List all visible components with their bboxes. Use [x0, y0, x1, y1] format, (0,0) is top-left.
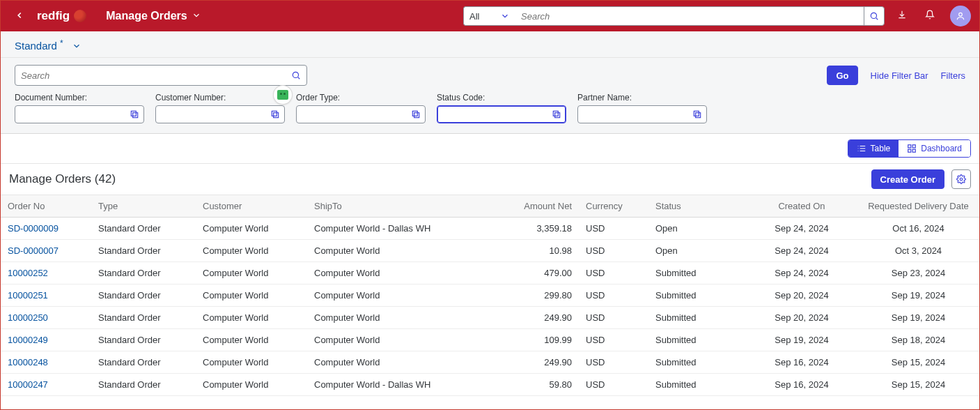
view-segmented-control: Table Dashboard [848, 139, 971, 158]
cell-shipto: Computer World [307, 240, 509, 262]
cell-created: Sep 20, 2024 [746, 307, 857, 329]
order-link[interactable]: 10000248 [1, 351, 91, 374]
variant-selector[interactable]: Standard* [15, 40, 965, 52]
filter-input[interactable] [577, 105, 707, 123]
cell-requested: Sep 19, 2024 [857, 284, 979, 307]
cell-currency: USD [579, 329, 648, 351]
filter-input[interactable] [296, 105, 426, 123]
column-header[interactable]: Created On [746, 195, 857, 218]
brand-logo[interactable]: redfig [37, 9, 86, 23]
cell-type: Standard Order [91, 374, 196, 396]
filter-search[interactable] [15, 65, 307, 86]
search-scope-value: All [469, 11, 479, 22]
search-scope-select[interactable]: All [463, 6, 515, 26]
extension-badge[interactable] [274, 86, 292, 104]
cell-status: Open [648, 240, 746, 262]
global-search-button[interactable] [864, 6, 885, 26]
column-header[interactable]: Currency [579, 195, 648, 218]
column-header[interactable]: Customer [196, 195, 307, 218]
value-help-icon [270, 109, 280, 119]
cell-status: Submitted [648, 262, 746, 284]
cell-amount: 3,359.18 [509, 218, 579, 240]
back-button[interactable] [9, 9, 30, 24]
table-row[interactable]: SD-0000009Standard OrderComputer WorldCo… [1, 218, 979, 240]
cell-requested: Sep 18, 2024 [857, 329, 979, 351]
cell-customer: Computer World [196, 218, 307, 240]
cell-status: Submitted [648, 351, 746, 374]
svg-rect-11 [553, 111, 558, 116]
cell-type: Standard Order [91, 329, 196, 351]
cell-status: Open [648, 218, 746, 240]
order-link[interactable]: 10000247 [1, 374, 91, 396]
order-link[interactable]: 10000252 [1, 262, 91, 284]
cell-status: Submitted [648, 307, 746, 329]
cell-type: Standard Order [91, 218, 196, 240]
global-search: All [463, 6, 885, 26]
filters-link[interactable]: Filters [941, 70, 965, 81]
svg-rect-9 [412, 111, 417, 116]
value-help-icon [130, 109, 139, 119]
svg-point-25 [960, 178, 963, 181]
cell-type: Standard Order [91, 240, 196, 262]
brand-icon [74, 10, 86, 22]
variant-bar: Standard* [1, 31, 979, 58]
filter-search-input[interactable] [21, 70, 291, 81]
download-button[interactable] [892, 10, 912, 22]
order-link[interactable]: 10000251 [1, 284, 91, 307]
order-link[interactable]: 10000250 [1, 307, 91, 329]
list-icon [857, 144, 866, 153]
view-table-label: Table [871, 144, 891, 153]
table-row[interactable]: 10000250Standard OrderComputer WorldComp… [1, 307, 979, 329]
filter-input[interactable] [15, 105, 144, 123]
table-row[interactable]: SD-0000007Standard OrderComputer WorldCo… [1, 240, 979, 262]
global-search-input[interactable] [515, 6, 864, 26]
go-button[interactable]: Go [827, 66, 857, 85]
svg-rect-6 [133, 113, 138, 118]
chevron-down-icon [500, 11, 510, 21]
view-table-button[interactable]: Table [848, 140, 899, 157]
robot-icon [277, 90, 288, 100]
cell-currency: USD [579, 240, 648, 262]
dashboard-icon [907, 144, 917, 153]
user-avatar[interactable] [950, 6, 971, 26]
column-header[interactable]: Requested Delivery Date [857, 195, 979, 218]
column-header[interactable]: Order No [1, 195, 91, 218]
column-header[interactable]: Type [91, 195, 196, 218]
filter-input[interactable] [437, 105, 566, 123]
order-link[interactable]: SD-0000009 [1, 218, 91, 240]
table-settings-button[interactable] [951, 169, 971, 189]
hide-filter-bar-link[interactable]: Hide Filter Bar [871, 70, 928, 81]
column-header[interactable]: Status [648, 195, 746, 218]
cell-amount: 59.80 [509, 374, 579, 396]
cell-requested: Sep 19, 2024 [857, 307, 979, 329]
filter-input[interactable] [155, 105, 285, 123]
svg-line-4 [298, 77, 300, 79]
svg-rect-7 [272, 111, 277, 116]
column-header[interactable]: Amount Net [509, 195, 579, 218]
table-row[interactable]: 10000252Standard OrderComputer WorldComp… [1, 262, 979, 284]
notifications-button[interactable] [919, 10, 940, 22]
table-row[interactable]: 10000251Standard OrderComputer WorldComp… [1, 284, 979, 307]
table-row[interactable]: 10000249Standard OrderComputer WorldComp… [1, 329, 979, 351]
cell-customer: Computer World [196, 240, 307, 262]
order-link[interactable]: SD-0000007 [1, 240, 91, 262]
gear-icon [956, 174, 966, 184]
page-title-dropdown[interactable]: Manage Orders [106, 10, 201, 22]
table-title: Manage Orders (42) [9, 172, 116, 186]
view-dashboard-button[interactable]: Dashboard [899, 140, 970, 157]
svg-rect-12 [555, 113, 560, 118]
create-order-button[interactable]: Create Order [871, 169, 944, 189]
cell-customer: Computer World [196, 262, 307, 284]
cell-status: Submitted [648, 284, 746, 307]
cell-amount: 249.90 [509, 307, 579, 329]
cell-currency: USD [579, 218, 648, 240]
cell-type: Standard Order [91, 307, 196, 329]
table-row[interactable]: 10000247Standard OrderComputer WorldComp… [1, 374, 979, 396]
order-link[interactable]: 10000249 [1, 329, 91, 351]
chevron-down-icon [192, 10, 201, 22]
cell-amount: 109.99 [509, 329, 579, 351]
table-row[interactable]: 10000248Standard OrderComputer WorldComp… [1, 351, 979, 374]
column-header[interactable]: ShipTo [307, 195, 509, 218]
cell-type: Standard Order [91, 262, 196, 284]
cell-created: Sep 24, 2024 [746, 218, 857, 240]
